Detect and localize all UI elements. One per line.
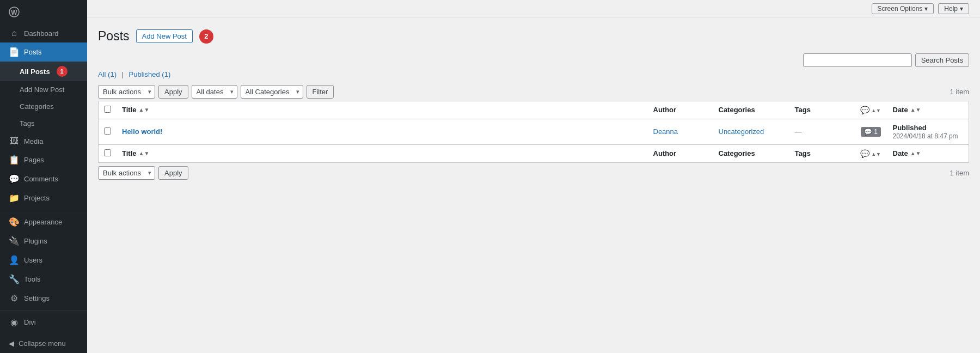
- appearance-icon: 🎨: [9, 217, 20, 227]
- all-posts-filter-link[interactable]: All (1): [98, 70, 119, 78]
- row-comments-cell: 💬 1: [855, 119, 887, 144]
- collapse-menu-label: Collapse menu: [19, 339, 66, 348]
- projects-icon: 📁: [9, 193, 20, 203]
- row-author-cell: Deanna: [648, 119, 713, 144]
- sort-date-link[interactable]: Date ▲▼: [893, 106, 964, 114]
- row-date-cell: Published 2024/04/18 at 8:47 pm: [887, 119, 969, 144]
- sidebar-item-label: Media: [24, 137, 43, 145]
- header-title-col: Title ▲▼: [117, 101, 648, 119]
- sidebar-item-dashboard[interactable]: ⌂ Dashboard: [0, 24, 87, 42]
- sort-title-footer-link[interactable]: Title ▲▼: [122, 149, 642, 157]
- sidebar-item-label: Comments: [24, 175, 58, 183]
- bulk-actions-top-wrap: Bulk actions: [98, 85, 155, 99]
- select-all-footer-checkbox[interactable]: [104, 149, 111, 156]
- posts-submenu: All Posts 1 Add New Post Categories Tags: [0, 62, 87, 132]
- main-content: Screen Options ▾ Help ▾ Posts Add New Po…: [87, 0, 980, 353]
- all-dates-select[interactable]: All dates: [192, 85, 237, 99]
- footer-header-author-col: Author: [648, 145, 713, 163]
- sidebar-item-projects[interactable]: 📁 Projects: [0, 188, 87, 208]
- all-categories-wrap: All Categories: [241, 85, 303, 99]
- footer-comments-sort-arrows: ▲▼: [871, 152, 881, 157]
- sidebar-item-label: Posts: [24, 48, 42, 56]
- help-button[interactable]: Help ▾: [938, 3, 969, 14]
- footer-header-title-col: Title ▲▼: [117, 145, 648, 163]
- footer-header-checkbox-col: [99, 145, 117, 163]
- footer-header-tags-col: Tags: [789, 145, 855, 163]
- add-new-post-button[interactable]: Add New Post: [136, 29, 193, 43]
- footer-header-date-col: Date ▲▼: [887, 145, 969, 163]
- help-label: Help: [944, 5, 958, 13]
- author-link[interactable]: Deanna: [653, 127, 678, 136]
- sort-title-link[interactable]: Title ▲▼: [122, 106, 642, 114]
- row-categories-cell: Uncategorized: [713, 119, 789, 144]
- header-date-col: Date ▲▼: [887, 101, 969, 119]
- table-row: Hello world! Deanna Uncategorized — 💬 1 …: [99, 119, 969, 144]
- content-area: Posts Add New Post 2 Search Posts All (1…: [87, 17, 980, 353]
- search-posts-button[interactable]: Search Posts: [915, 53, 969, 67]
- sidebar-item-media[interactable]: 🖼 Media: [0, 132, 87, 150]
- sidebar-item-tools[interactable]: 🔧 Tools: [0, 270, 87, 289]
- bulk-actions-bottom-wrap: Bulk actions: [98, 166, 155, 180]
- sidebar-item-label: Plugins: [24, 237, 47, 245]
- date-sort-arrows: ▲▼: [910, 107, 921, 113]
- filter-links: All (1) | Published (1): [98, 70, 969, 78]
- sidebar-item-all-posts[interactable]: All Posts 1: [0, 62, 87, 81]
- sidebar-item-tags[interactable]: Tags: [0, 115, 87, 132]
- submenu-item-label: Categories: [20, 102, 54, 111]
- comment-count-badge[interactable]: 💬 1: [861, 127, 881, 137]
- all-categories-select[interactable]: All Categories: [241, 85, 303, 99]
- collapse-arrow-icon: ◀: [9, 339, 14, 348]
- category-link[interactable]: Uncategorized: [719, 127, 764, 136]
- page-header: Posts Add New Post 2: [98, 28, 969, 45]
- bulk-actions-bottom-select[interactable]: Bulk actions: [98, 166, 155, 180]
- sort-date-footer-link[interactable]: Date ▲▼: [893, 149, 964, 157]
- sidebar-item-label: Pages: [24, 156, 44, 164]
- filter-button[interactable]: Filter: [307, 85, 334, 99]
- sidebar-item-pages[interactable]: 📋 Pages: [0, 150, 87, 169]
- date-status: Published: [893, 124, 927, 132]
- topbar: Screen Options ▾ Help ▾: [87, 0, 980, 17]
- sidebar-item-comments[interactable]: 💬 Comments: [0, 169, 87, 188]
- sidebar-item-plugins[interactable]: 🔌 Plugins: [0, 232, 87, 251]
- new-post-badge: 2: [199, 29, 213, 44]
- sidebar-item-divi[interactable]: ◉ Divi: [0, 313, 87, 332]
- bulk-actions-top-select[interactable]: Bulk actions: [98, 85, 155, 99]
- divi-icon: ◉: [9, 317, 20, 327]
- plugins-icon: 🔌: [9, 236, 20, 246]
- toolbar-bottom: Bulk actions Apply 1 item: [98, 166, 969, 180]
- posts-table: Title ▲▼ Author Categories Tags 💬 ▲▼ Dat…: [98, 101, 969, 145]
- sidebar-item-users[interactable]: 👤 Users: [0, 251, 87, 270]
- footer-comments-col-icon: 💬: [860, 149, 869, 158]
- all-posts-badge: 1: [57, 66, 68, 77]
- header-categories-col: Categories: [713, 101, 789, 119]
- sidebar-item-add-new-post[interactable]: Add New Post: [0, 81, 87, 98]
- published-filter-link[interactable]: Published (1): [129, 70, 171, 78]
- apply-bottom-button[interactable]: Apply: [158, 166, 188, 180]
- sidebar-item-label: Appearance: [24, 218, 62, 226]
- post-title-link[interactable]: Hello world!: [122, 127, 162, 136]
- date-sort-arrows-footer: ▲▼: [910, 151, 921, 156]
- row-tags-cell: —: [789, 119, 855, 144]
- sidebar-item-label: Users: [24, 256, 42, 264]
- comments-icon: 💬: [9, 174, 20, 184]
- sidebar-item-label: Divi: [24, 318, 36, 326]
- item-count-bottom: 1 item: [950, 169, 969, 177]
- table-footer-header-row: Title ▲▼ Author Categories Tags 💬 ▲▼ Dat…: [99, 145, 969, 163]
- row-checkbox[interactable]: [104, 127, 111, 135]
- collapse-menu-button[interactable]: ◀ Collapse menu: [0, 334, 87, 353]
- sidebar-item-settings[interactable]: ⚙ Settings: [0, 289, 87, 308]
- search-posts-input[interactable]: [803, 53, 912, 67]
- row-checkbox-cell: [99, 119, 117, 144]
- apply-top-button[interactable]: Apply: [158, 85, 188, 99]
- select-all-checkbox[interactable]: [104, 106, 111, 113]
- screen-options-chevron-icon: ▾: [924, 5, 928, 13]
- title-sort-arrows: ▲▼: [139, 107, 150, 113]
- table-body: Hello world! Deanna Uncategorized — 💬 1 …: [99, 119, 969, 144]
- table-header-row: Title ▲▼ Author Categories Tags 💬 ▲▼ Dat…: [99, 101, 969, 119]
- sidebar-item-posts[interactable]: 📄 Posts: [0, 42, 87, 62]
- screen-options-button[interactable]: Screen Options ▾: [872, 3, 934, 14]
- sidebar-item-appearance[interactable]: 🎨 Appearance: [0, 212, 87, 232]
- sidebar-item-categories[interactable]: Categories: [0, 98, 87, 115]
- page-title: Posts: [98, 28, 130, 45]
- comment-bubble-icon: 💬: [864, 128, 872, 136]
